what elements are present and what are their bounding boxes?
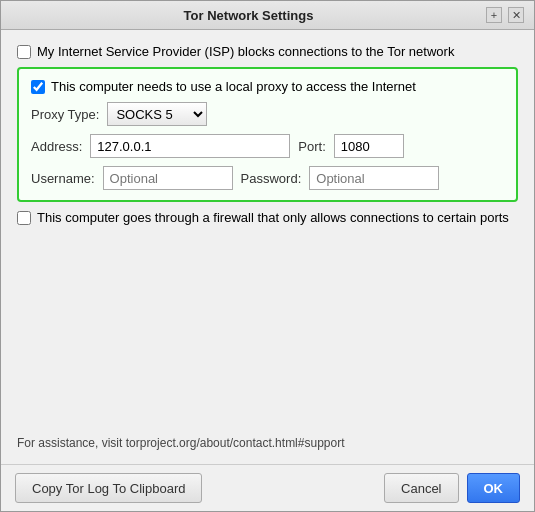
main-content: My Internet Service Provider (ISP) block… — [1, 30, 534, 464]
username-input[interactable] — [103, 166, 233, 190]
credentials-row: Username: Password: — [31, 166, 504, 190]
firewall-checkbox-row: This computer goes through a firewall th… — [17, 210, 518, 225]
footer: Copy Tor Log To Clipboard Cancel OK — [1, 464, 534, 511]
assistance-label: For assistance, visit torproject.org/abo… — [17, 436, 345, 450]
password-label: Password: — [241, 171, 302, 186]
proxy-type-select[interactable]: SOCKS 4 SOCKS 5 HTTP / HTTPS — [107, 102, 207, 126]
password-input[interactable] — [309, 166, 439, 190]
proxy-type-label: Proxy Type: — [31, 107, 99, 122]
firewall-checkbox[interactable] — [17, 211, 31, 225]
maximize-button[interactable]: + — [486, 7, 502, 23]
port-input[interactable] — [334, 134, 404, 158]
spacer — [17, 233, 518, 428]
close-button[interactable]: ✕ — [508, 7, 524, 23]
address-port-row: Address: Port: — [31, 134, 504, 158]
address-input[interactable] — [90, 134, 290, 158]
cancel-button[interactable]: Cancel — [384, 473, 458, 503]
isp-checkbox[interactable] — [17, 45, 31, 59]
assistance-text: For assistance, visit torproject.org/abo… — [17, 436, 518, 450]
username-label: Username: — [31, 171, 95, 186]
proxy-checkbox-row: This computer needs to use a local proxy… — [31, 79, 504, 94]
ok-button[interactable]: OK — [467, 473, 521, 503]
isp-label: My Internet Service Provider (ISP) block… — [37, 44, 454, 59]
title-bar-controls: + ✕ — [486, 7, 524, 23]
proxy-section: This computer needs to use a local proxy… — [17, 67, 518, 202]
footer-right-buttons: Cancel OK — [384, 473, 520, 503]
title-bar: Tor Network Settings + ✕ — [1, 1, 534, 30]
firewall-label: This computer goes through a firewall th… — [37, 210, 509, 225]
tor-network-settings-window: Tor Network Settings + ✕ My Internet Ser… — [0, 0, 535, 512]
port-label: Port: — [298, 139, 325, 154]
copy-log-button[interactable]: Copy Tor Log To Clipboard — [15, 473, 202, 503]
proxy-checkbox[interactable] — [31, 80, 45, 94]
proxy-label: This computer needs to use a local proxy… — [51, 79, 416, 94]
window-title: Tor Network Settings — [11, 8, 486, 23]
address-label: Address: — [31, 139, 82, 154]
proxy-type-row: Proxy Type: SOCKS 4 SOCKS 5 HTTP / HTTPS — [31, 102, 504, 126]
isp-checkbox-row: My Internet Service Provider (ISP) block… — [17, 44, 518, 59]
